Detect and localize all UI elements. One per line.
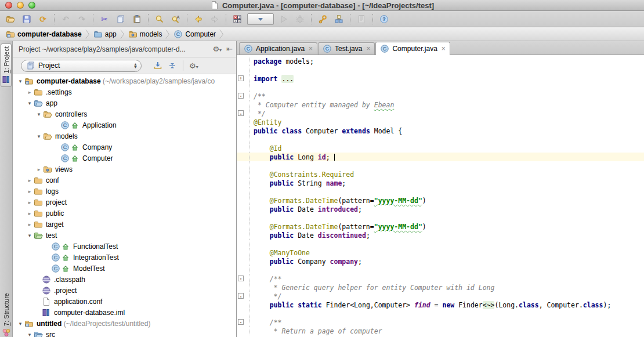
fold-marker[interactable]: ▴ xyxy=(238,110,244,116)
tree-item-public[interactable]: ▸public xyxy=(13,208,236,219)
settings-button[interactable] xyxy=(315,12,330,26)
export-settings-button[interactable] xyxy=(354,12,369,26)
forward-button[interactable] xyxy=(207,12,222,26)
paste-button[interactable] xyxy=(129,12,144,26)
code-line[interactable]: ▾ /** xyxy=(237,318,644,327)
code-line[interactable]: @ManyToOne xyxy=(237,248,644,257)
panel-settings-icon[interactable]: ⚙▾ xyxy=(189,62,198,70)
breadcrumb-item-models[interactable]: models xyxy=(127,30,164,39)
tree-item-settings[interactable]: ▸.settings xyxy=(13,86,236,97)
code-line[interactable] xyxy=(237,66,644,74)
breadcrumb-item-app[interactable]: app xyxy=(92,30,118,39)
tab-application-java[interactable]: CApplication.java× xyxy=(239,42,317,55)
tree-item-classpath[interactable]: .classpath xyxy=(13,274,236,285)
tree-item-views[interactable]: ▸views xyxy=(13,164,236,175)
code-line[interactable]: public String name; xyxy=(237,179,644,187)
collapsed-arrow-icon[interactable]: ▸ xyxy=(26,89,34,95)
cut-button[interactable]: ✂ xyxy=(97,12,112,26)
tree-item-untitled[interactable]: ▾untitled (~/IdeaProjects/test/untitled) xyxy=(13,318,236,329)
undo-button[interactable]: ↶ xyxy=(58,12,73,26)
collapsed-arrow-icon[interactable]: ▸ xyxy=(26,177,34,183)
help-button[interactable]: ? xyxy=(377,12,392,26)
debug-button[interactable] xyxy=(292,12,307,26)
code-line[interactable]: ▴ */ xyxy=(237,109,644,118)
fold-marker[interactable]: ▴ xyxy=(238,293,244,299)
tree-item-target[interactable]: ▸target xyxy=(13,219,236,230)
close-icon[interactable]: × xyxy=(309,45,313,53)
code-line[interactable] xyxy=(237,135,644,144)
tree-item-application[interactable]: CApplication xyxy=(13,119,236,131)
close-window-button[interactable] xyxy=(5,2,12,9)
gear-icon[interactable]: ⚙▾ xyxy=(212,45,222,53)
redo-button[interactable]: ↷ xyxy=(74,12,89,26)
tab-test-java[interactable]: CTest.java× xyxy=(318,42,375,55)
tree-item-computer-database-iml[interactable]: computer-database.iml xyxy=(13,307,236,318)
tree-item-modeltest[interactable]: CModelTest xyxy=(13,263,236,274)
tree-item-project[interactable]: .project xyxy=(13,285,236,296)
scroll-from-source-icon[interactable] xyxy=(153,61,162,70)
tree-item-computer[interactable]: CComputer xyxy=(13,153,236,164)
code-line[interactable] xyxy=(237,309,644,318)
fold-marker[interactable]: ▾ xyxy=(238,93,244,99)
find-button[interactable] xyxy=(152,12,167,26)
code-line[interactable]: package models; xyxy=(237,57,644,66)
tree-item-project[interactable]: ▸project xyxy=(13,197,236,208)
tab-computer-java[interactable]: CComputer.java× xyxy=(375,42,450,55)
code-line[interactable] xyxy=(237,213,644,222)
expanded-arrow-icon[interactable]: ▾ xyxy=(35,133,43,139)
tree-item-src[interactable]: ▾src xyxy=(13,329,236,337)
code-line[interactable]: public Company company; xyxy=(237,257,644,266)
close-icon[interactable]: × xyxy=(366,45,370,53)
close-icon[interactable]: × xyxy=(442,45,446,53)
breadcrumb-item-computer-database[interactable]: computer-database xyxy=(5,30,83,39)
code-line[interactable]: public Long id; xyxy=(237,153,644,161)
breadcrumb-item-computer[interactable]: CComputer xyxy=(172,30,217,39)
code-line[interactable] xyxy=(237,240,644,248)
fold-marker[interactable]: + xyxy=(238,75,244,81)
collapsed-arrow-icon[interactable]: ▸ xyxy=(26,200,34,205)
expanded-arrow-icon[interactable]: ▾ xyxy=(16,321,24,327)
code-editor[interactable]: package models;+import ...▾/** * Compute… xyxy=(237,55,644,337)
tree-item-logs[interactable]: ▸logs xyxy=(13,186,236,197)
expanded-arrow-icon[interactable]: ▾ xyxy=(26,233,34,238)
project-structure-button[interactable] xyxy=(331,12,346,26)
collapsed-arrow-icon[interactable]: ▸ xyxy=(26,222,34,227)
tree-item-integrationtest[interactable]: CIntegrationTest xyxy=(13,252,236,263)
tree-item-computer-database[interactable]: ▾computer-database (~/workspace/play2/sa… xyxy=(13,75,236,86)
code-line[interactable]: @Constraints.Required xyxy=(237,170,644,179)
hide-panel-icon[interactable]: ⇤ xyxy=(226,45,233,53)
expanded-arrow-icon[interactable]: ▾ xyxy=(16,78,24,84)
code-line[interactable]: public Date discontinued; xyxy=(237,231,644,240)
save-all-button[interactable] xyxy=(19,12,34,26)
code-line[interactable] xyxy=(237,187,644,196)
compile-button[interactable]: 110 xyxy=(230,12,245,26)
tool-window-tab-project[interactable]: 1: Project xyxy=(1,44,12,87)
collapsed-arrow-icon[interactable]: ▸ xyxy=(26,211,34,216)
copy-button[interactable] xyxy=(113,12,128,26)
code-line[interactable]: public Date introduced; xyxy=(237,205,644,213)
tree-item-application-conf[interactable]: application.conf xyxy=(13,296,236,307)
code-line[interactable]: * Computer entity managed by Ebean xyxy=(237,100,644,109)
expanded-arrow-icon[interactable]: ▾ xyxy=(26,100,34,106)
back-button[interactable] xyxy=(191,12,206,26)
project-view-select[interactable]: Project ▲▼ xyxy=(21,60,142,72)
code-line[interactable]: @Id xyxy=(237,144,644,153)
run-button[interactable] xyxy=(276,12,291,26)
code-line[interactable]: * Return a page of computer xyxy=(237,327,644,335)
code-line[interactable]: +import ... xyxy=(237,74,644,83)
code-line[interactable]: @Formats.DateTime(pattern="yyyy-MM-dd") xyxy=(237,196,644,205)
zoom-window-button[interactable] xyxy=(28,2,35,9)
synchronize-button[interactable]: ⟳ xyxy=(35,12,50,26)
open-button[interactable] xyxy=(3,12,18,26)
fold-marker[interactable]: ▾ xyxy=(238,276,244,281)
tree-item-company[interactable]: CCompany xyxy=(13,142,236,153)
code-line[interactable]: public static Finder<Long,Computer> find… xyxy=(237,300,644,309)
run-configurations-select[interactable] xyxy=(247,13,274,25)
tool-window-tab-structure[interactable]: 7: Structure xyxy=(1,291,12,337)
code-line[interactable]: * Generic query helper for entity Comput… xyxy=(237,283,644,292)
tree-item-test[interactable]: ▾test xyxy=(13,230,236,241)
code-line[interactable] xyxy=(237,266,644,274)
collapse-all-icon[interactable] xyxy=(168,61,177,70)
expanded-arrow-icon[interactable]: ▾ xyxy=(26,332,34,337)
collapsed-arrow-icon[interactable]: ▸ xyxy=(26,189,34,194)
